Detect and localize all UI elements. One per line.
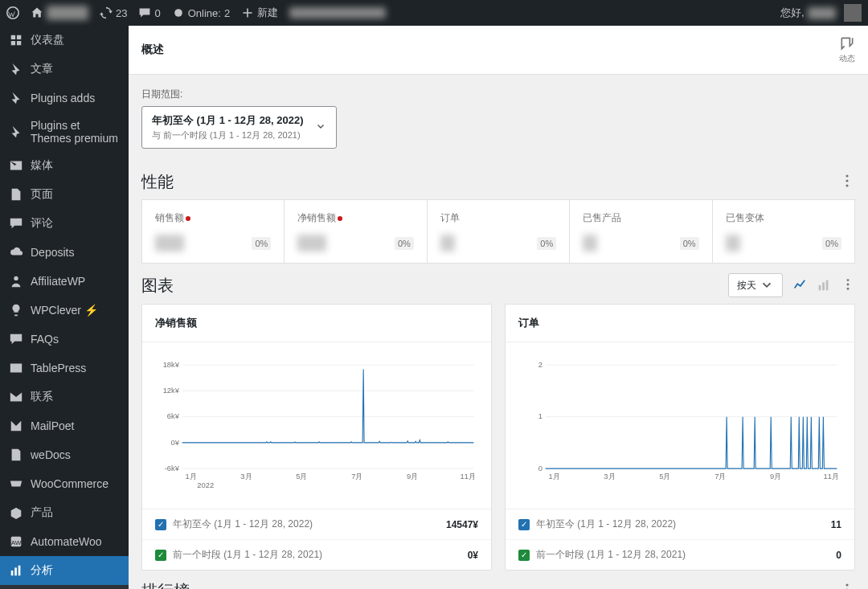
perf-label: 净销售额 [297,211,413,225]
sidebar-item-label: MailPoet [31,419,74,432]
sidebar-item-pin[interactable]: Plugins et Themes premium [0,112,129,151]
svg-text:3月: 3月 [604,472,615,481]
svg-text:7月: 7月 [714,472,726,481]
sidebar-item-docs[interactable]: weDocs [0,440,129,469]
svg-text:AW: AW [11,539,22,546]
updates-count: 23 [116,7,127,19]
bar-chart-toggle[interactable] [817,278,831,292]
charts-menu-button[interactable] [841,277,855,294]
sidebar-item-analytics[interactable]: 分析 [0,556,129,585]
date-range-picker[interactable]: 年初至今 (1月 1 - 12月 28, 2022) 与 前一个时段 (1月 1… [141,106,337,149]
sidebar-item-mailpoet[interactable]: MailPoet [0,411,129,440]
sidebar-item-mail[interactable]: 联系 [0,382,129,411]
activity-button[interactable]: 动态 [839,35,855,64]
sidebar-item-comment[interactable]: FAQs [0,325,129,354]
legend-row[interactable]: ✓年初至今 (1月 1 - 12月 28, 2022)11 [506,509,854,539]
svg-point-2 [14,276,18,280]
svg-text:7月: 7月 [351,472,362,481]
sidebar-item-label: WPClever ⚡ [31,304,98,317]
leaderboard-menu-button[interactable] [839,582,855,589]
legend-checkbox[interactable]: ✓ [155,550,166,561]
online-indicator[interactable]: Online: 2 [172,6,230,19]
sidebar-item-label: 分析 [31,563,53,578]
performance-menu-button[interactable] [839,173,855,191]
sidebar-item-label: Plugins et Themes premium [31,119,121,145]
extra-item[interactable] [289,7,386,18]
new-content-link[interactable]: 新建 [241,6,278,20]
legend-checkbox[interactable]: ✓ [518,550,530,561]
user-greeting[interactable]: 您好,admin [780,4,862,22]
sidebar-submenu: 概述产品收入订单变量分类优惠券税费下载设置 [0,585,129,589]
svg-rect-12 [819,285,821,290]
bulb-icon [8,302,24,318]
sidebar-item-cloud[interactable]: Deposits [0,238,129,267]
svg-text:5月: 5月 [296,472,307,481]
cloud-icon [8,244,24,260]
legend-row[interactable]: ✓前一个时段 (1月 1 - 12月 28, 2021)0¥ [142,539,491,570]
leaderboard-section-head: 排行榜 [129,580,868,589]
sidebar-item-aw[interactable]: AWAutomateWoo [0,527,129,556]
svg-text:12k¥: 12k¥ [163,387,180,395]
svg-rect-13 [822,282,825,290]
sidebar-item-comment[interactable]: 评论 [0,209,129,238]
legend-value: 0 [836,550,841,561]
sidebar-item-page[interactable]: 页面 [0,180,129,209]
leaderboard-heading: 排行榜 [141,580,190,589]
sidebar-item-product[interactable]: 产品 [0,498,129,527]
sidebar-item-pin[interactable]: 文章 [0,55,129,84]
legend-checkbox[interactable]: ✓ [518,519,530,530]
legend-row[interactable]: ✓年初至今 (1月 1 - 12月 28, 2022)14547¥ [142,509,491,539]
page-icon [8,186,24,202]
mail-icon [8,389,24,405]
affiliate-icon [8,273,24,289]
perf-card[interactable]: 已售变体—0% [713,200,854,263]
svg-text:5月: 5月 [659,472,670,481]
sidebar-item-label: 文章 [31,62,53,76]
chart-card: 订单0121月3月5月7月9月11月✓年初至今 (1月 1 - 12月 28, … [505,304,855,571]
legend-row[interactable]: ✓前一个时段 (1月 1 - 12月 28, 2021)0 [506,539,854,570]
line-chart-toggle[interactable] [792,278,807,292]
woo-icon [8,476,24,492]
sidebar-item-label: AffiliateWP [31,275,85,288]
page-title: 概述 [141,43,164,57]
chart-svg: 0121月3月5月7月9月11月 [518,352,841,497]
sidebar-item-pin[interactable]: Plugins adds [0,84,129,112]
sidebar-item-table[interactable]: TablePress [0,354,129,382]
perf-delta: 0% [252,237,271,250]
sidebar-item-label: weDocs [31,448,71,461]
performance-cards: 销售额——0%净销售额——0%订单—0%已售产品—0%已售变体—0% [141,199,855,264]
updates-link[interactable]: 23 [100,6,127,19]
pin-icon [8,90,24,106]
sidebar-item-woo[interactable]: WooCommerce [0,469,129,498]
avatar [844,4,862,22]
svg-rect-7 [18,566,21,576]
perf-card[interactable]: 销售额——0% [142,200,284,263]
sidebar-item-dashboard[interactable]: 仪表盘 [0,26,129,55]
sidebar-item-bulb[interactable]: WPClever ⚡ [0,296,129,325]
svg-text:2022: 2022 [197,481,214,489]
sidebar-item-label: Plugins adds [31,92,95,104]
mailpoet-icon [8,418,24,434]
perf-card[interactable]: 订单—0% [428,200,569,263]
comments-link[interactable]: 0 [138,6,160,19]
svg-point-10 [845,179,848,182]
wp-logo-icon[interactable] [6,6,19,19]
chart-svg: -6k¥0¥6k¥12k¥18k¥1月3月5月7月9月11月2022 [155,352,478,497]
perf-label: 订单 [440,211,556,225]
svg-text:9月: 9月 [407,472,418,481]
media-icon [8,157,24,174]
perf-card[interactable]: 已售产品—0% [570,200,711,263]
sidebar-item-label: WooCommerce [31,477,108,490]
legend-value: 14547¥ [446,519,478,530]
sidebar-item-affiliate[interactable]: AffiliateWP [0,267,129,296]
perf-card[interactable]: 净销售额——0% [285,200,426,263]
chart-interval-select[interactable]: 按天 [728,273,783,297]
svg-text:1: 1 [538,412,542,420]
site-home-link[interactable]: 站点名称 [31,6,88,20]
performance-section-head: 性能 [129,171,868,193]
sidebar-item-media[interactable]: 媒体 [0,151,129,180]
perf-label: 已售变体 [726,211,841,225]
sidebar-item-label: 媒体 [31,158,53,173]
date-range-label: 日期范围: [141,88,855,101]
legend-checkbox[interactable]: ✓ [155,519,166,530]
